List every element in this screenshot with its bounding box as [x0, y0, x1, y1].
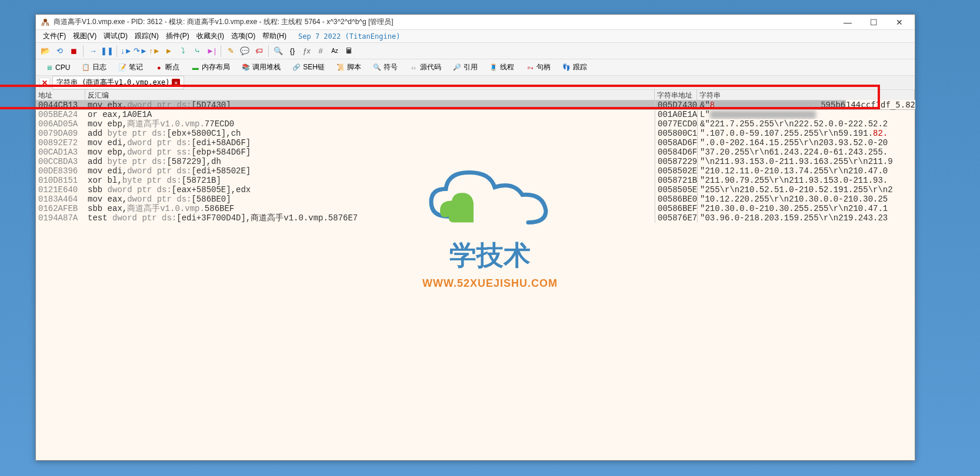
menu-trace[interactable]: 跟踪(N): [131, 31, 162, 41]
cell-string: "37.20.255\r\n61.243.224.0-61.243.255.: [697, 148, 915, 157]
close-tab-button[interactable]: ✕: [39, 78, 50, 88]
subtab-bar: ✕ 字符串 (商道高手v1.0.vmp.exe) ✕: [36, 76, 915, 90]
table-row[interactable]: 0044CB13 mov ebx,dword ptr ds:[5D7430] 0…: [36, 100, 915, 110]
table-row[interactable]: 00DE8396 mov edi,dword ptr ds:[edi+58502…: [36, 166, 915, 176]
menu-help[interactable]: 帮助(H): [259, 31, 290, 41]
cell-string: &"221.7.255.255\r\n222.52.0.0-222.52.2: [697, 119, 915, 129]
tab-笔记[interactable]: 📝笔记: [113, 60, 148, 75]
trace-over-icon[interactable]: ⤷: [191, 45, 203, 57]
tab-内存布局[interactable]: ▬内存布局: [186, 60, 235, 75]
table-row[interactable]: 010D8151 xor bl,byte ptr ds:[58721B] 005…: [36, 176, 915, 185]
content-area: 地址 反汇编 字符串地址 字符串 0044CB13 mov ebx,dword …: [36, 90, 915, 460]
tab-CPU[interactable]: 🖥CPU: [39, 61, 75, 74]
main-window: 商道高手V1.0.vmp.exe - PID: 3612 - 模块: 商道高手v…: [35, 14, 915, 461]
table-row[interactable]: 0121E640 sbb dword ptr ds:[eax+58505E],e…: [36, 185, 915, 195]
folder-open-icon[interactable]: 📂: [39, 45, 51, 57]
table-row[interactable]: 0162AFEB sbb eax,商道高手v1.0.vmp.586BEF 005…: [36, 204, 915, 213]
step-over-icon[interactable]: ↷►: [135, 45, 146, 57]
stop-icon[interactable]: ◼: [68, 45, 79, 57]
menu-file[interactable]: 文件(F): [39, 31, 69, 41]
az-icon[interactable]: Az: [329, 45, 341, 57]
toolbar-tabs: 🖥CPU📋日志📝笔记●断点▬内存布局📚调用堆栈🔗SEH链📜脚本🔍符号‹›源代码🔎…: [36, 59, 915, 76]
table-row[interactable]: 006AD05A mov ebp,商道高手v1.0.vmp.77ECD0 007…: [36, 119, 915, 129]
cell-address: 010D8151: [36, 176, 85, 185]
close-button[interactable]: ✕: [889, 16, 910, 28]
tab-label: 内存布局: [202, 62, 230, 72]
app-icon: [41, 18, 50, 27]
cell-string-address: 0058721B: [655, 176, 697, 185]
cell-disasm: sbb eax,商道高手v1.0.vmp.586BEF: [85, 204, 655, 213]
tab-引用[interactable]: 🔎引用: [448, 60, 483, 75]
table-row[interactable]: 0079DA09 add byte ptr ds:[ebx+5800C1],ch…: [36, 129, 915, 138]
menu-plugin[interactable]: 插件(P): [162, 31, 193, 41]
bookmark-icon[interactable]: 🏷: [253, 45, 265, 57]
cell-string: "210.30.0.0-210.30.255.255\r\n210.47.1: [697, 204, 915, 213]
engine-date: Sep 7 2022 (TitanEngine): [295, 32, 404, 41]
tab-SEH链[interactable]: 🔗SEH链: [287, 60, 330, 75]
cell-string: "\n211.93.153.0-211.93.163.255\r\n211.9: [697, 157, 915, 166]
table-row[interactable]: 005BEA24 or eax,1A0E1A 001A0E1A L": [36, 110, 915, 119]
header-disasm[interactable]: 反汇编: [85, 90, 655, 100]
tab-线程[interactable]: 🧵线程: [484, 60, 519, 75]
trace-into-icon[interactable]: ⤵: [177, 45, 189, 57]
cell-string-address: 00586BEF: [655, 204, 697, 213]
menu-favorites[interactable]: 收藏夹(I): [193, 31, 228, 41]
tab-icon: 🖥: [45, 63, 53, 72]
tab-label: 日志: [92, 62, 106, 72]
step-into-icon[interactable]: ↓►: [121, 45, 132, 57]
tab-脚本[interactable]: 📜脚本: [331, 60, 366, 75]
hash-icon[interactable]: #: [315, 45, 326, 57]
tab-icon: 🔎: [453, 63, 461, 72]
patch-icon[interactable]: ✎: [225, 45, 236, 57]
tab-句柄[interactable]: 🗝句柄: [521, 60, 556, 75]
calc-icon[interactable]: 🖩: [343, 45, 355, 57]
tab-icon: 🔍: [373, 63, 381, 72]
window-title: 商道高手V1.0.vmp.exe - PID: 3612 - 模块: 商道高手v…: [54, 17, 837, 27]
cell-disasm: mov edi,dword ptr ds:[edi+58502E]: [85, 166, 655, 176]
subtab-close-icon[interactable]: ✕: [172, 79, 180, 87]
tab-源代码[interactable]: ‹›源代码: [404, 60, 446, 75]
subtab-strings[interactable]: 字符串 (商道高手v1.0.vmp.exe) ✕: [52, 76, 184, 89]
run-to-icon[interactable]: ►|: [205, 45, 217, 57]
header-string-address[interactable]: 字符串地址: [655, 90, 697, 100]
script-icon[interactable]: {}: [286, 45, 298, 57]
run-icon[interactable]: →: [87, 45, 99, 57]
cell-string-address: 001A0E1A: [655, 110, 697, 119]
minimize-button[interactable]: —: [837, 16, 858, 28]
fx-icon[interactable]: ƒx: [301, 45, 312, 57]
cell-address: 0183A464: [36, 195, 85, 204]
tab-调用堆栈[interactable]: 📚调用堆栈: [236, 60, 286, 75]
pause-icon[interactable]: ❚❚: [101, 45, 113, 57]
tab-label: 符号: [384, 62, 398, 72]
header-string[interactable]: 字符串: [697, 90, 915, 100]
step-out-icon[interactable]: ↑►: [149, 45, 161, 57]
search-icon[interactable]: 🔍: [272, 45, 284, 57]
table-row[interactable]: 00CCBDA3 add byte ptr ds:[587229],dh 005…: [36, 157, 915, 166]
cell-address: 0079DA09: [36, 129, 85, 138]
tab-label: 调用堆栈: [252, 62, 281, 72]
cell-string-address: 00587229: [655, 157, 697, 166]
table-row[interactable]: 0183A464 mov eax,dword ptr ds:[586BE0] 0…: [36, 195, 915, 204]
header-address[interactable]: 地址: [36, 90, 85, 100]
tab-icon: 🧵: [489, 63, 498, 72]
menu-debug[interactable]: 调试(D): [100, 31, 131, 41]
table-row[interactable]: 00CAD1A3 mov ebp,dword ptr ss:[ebp+584D6…: [36, 148, 915, 157]
maximize-button[interactable]: ☐: [863, 16, 884, 28]
tab-日志[interactable]: 📋日志: [76, 60, 112, 75]
tab-断点[interactable]: ●断点: [149, 60, 185, 75]
cell-disasm: mov ebp,商道高手v1.0.vmp.77ECD0: [85, 119, 655, 129]
refresh-icon[interactable]: ⟲: [54, 45, 65, 57]
step-icon[interactable]: ►: [163, 45, 175, 57]
menu-view[interactable]: 视图(V): [69, 31, 100, 41]
cell-address: 0121E640: [36, 185, 85, 195]
tab-符号[interactable]: 🔍符号: [368, 60, 403, 75]
cell-string: ".0.0-202.164.15.255\r\n203.93.52.0-20: [697, 138, 915, 148]
cell-string: "210.12.11.0-210.13.74.255\r\n210.47.0: [697, 166, 915, 176]
menu-options[interactable]: 选项(O): [228, 31, 259, 41]
tab-跟踪[interactable]: 👣跟踪: [557, 60, 592, 75]
comment-icon[interactable]: 💬: [239, 45, 251, 57]
table-row[interactable]: 00892E72 mov edi,dword ptr ds:[edi+58AD6…: [36, 138, 915, 148]
data-rows: 0044CB13 mov ebx,dword ptr ds:[5D7430] 0…: [36, 100, 915, 460]
cell-disasm: mov edi,dword ptr ds:[edi+58AD6F]: [85, 138, 655, 148]
table-row[interactable]: 0194A87A test dword ptr ds:[edi+3F700D4D…: [36, 213, 915, 223]
